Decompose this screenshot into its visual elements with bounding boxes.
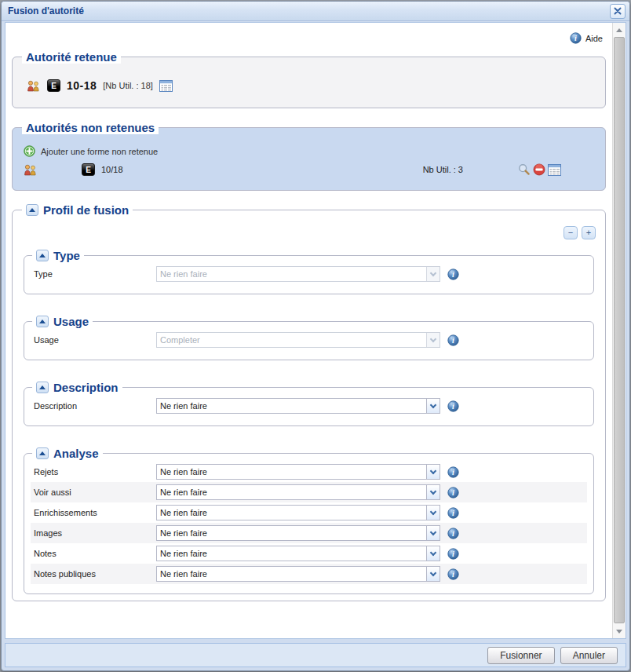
entity-type-badge: E <box>82 163 95 176</box>
scroll-down-button[interactable] <box>613 625 626 637</box>
chevron-down-icon <box>426 567 440 581</box>
close-button[interactable] <box>610 4 626 19</box>
dialog-footer: Fusionner Annuler <box>5 643 626 667</box>
info-icon[interactable]: i <box>447 507 459 519</box>
collapse-toggle-analyse[interactable] <box>36 447 49 459</box>
non-retained-form-code: 10/18 <box>101 165 123 174</box>
rejets-row: Rejets Ne rien faire i <box>31 462 587 482</box>
description-section: Description Description Ne rien faire i <box>24 381 594 426</box>
chevron-down-icon <box>426 267 440 281</box>
voir-aussi-select-value: Ne rien faire <box>157 485 426 499</box>
records-table-icon[interactable] <box>548 164 561 176</box>
notes-select[interactable]: Ne rien faire <box>156 546 440 561</box>
info-icon[interactable]: i <box>447 268 459 280</box>
voir-aussi-select[interactable]: Ne rien faire <box>156 484 440 500</box>
collapse-all-button[interactable]: − <box>564 226 578 239</box>
merge-button[interactable]: Fusionner <box>487 647 554 664</box>
scroll-up-button[interactable] <box>613 24 626 36</box>
retained-authority-code: 10-18 <box>67 79 97 92</box>
people-icon <box>27 80 41 92</box>
info-icon[interactable]: i <box>447 466 459 478</box>
non-retained-legend-label: Autorités non retenues <box>26 121 155 134</box>
search-icon[interactable] <box>518 163 531 176</box>
help-label: Aide <box>585 34 603 43</box>
merge-profile-fieldset: Profil de fusion − + Type Type Ne ri <box>12 203 606 601</box>
field-label: Usage <box>34 335 156 345</box>
field-label: Images <box>34 528 156 538</box>
retained-authority-row: E 10-18 [Nb Util. : 18] <box>27 79 597 92</box>
svg-text:i: i <box>452 488 454 497</box>
svg-text:i: i <box>452 529 454 538</box>
enrichissements-row: Enrichissements Ne rien faire i <box>31 502 587 523</box>
type-section: Type Type Ne rien faire i <box>24 249 594 294</box>
usage-select: Completer <box>156 332 440 348</box>
svg-text:i: i <box>452 336 454 345</box>
add-form-label: Ajouter une forme non retenue <box>41 147 158 156</box>
add-icon <box>24 145 35 157</box>
info-icon[interactable]: i <box>447 548 459 560</box>
collapse-toggle-usage[interactable] <box>36 316 49 327</box>
info-icon[interactable]: i <box>447 487 459 499</box>
notes-row: Notes Ne rien faire i <box>31 543 587 564</box>
field-label: Description <box>34 401 156 411</box>
chevron-down-icon <box>426 333 440 347</box>
chevron-down-icon <box>426 485 440 499</box>
type-select-value: Ne rien faire <box>157 267 426 281</box>
analyse-legend: Analyse <box>32 447 103 460</box>
notes-publiques-row: Notes publiques Ne rien faire i <box>31 564 587 584</box>
description-select-value: Ne rien faire <box>157 399 426 413</box>
field-label: Notes <box>34 549 156 558</box>
images-row: Images Ne rien faire i <box>31 523 587 543</box>
non-retained-authority-row: E 10/18 Nb Util. : 3 <box>24 163 597 176</box>
collapse-toggle-description[interactable] <box>36 382 49 393</box>
remove-icon[interactable] <box>533 163 545 176</box>
usage-select-value: Completer <box>157 333 426 347</box>
enrichissements-select[interactable]: Ne rien faire <box>156 505 440 520</box>
usage-section: Usage Usage Completer i <box>24 315 594 360</box>
images-select[interactable]: Ne rien faire <box>156 525 440 541</box>
chevron-down-icon <box>426 399 440 413</box>
svg-text:i: i <box>452 570 454 579</box>
info-icon[interactable]: i <box>447 528 459 539</box>
notes-publiques-select[interactable]: Ne rien faire <box>156 566 440 582</box>
chevron-down-icon <box>426 546 440 561</box>
chevron-up-icon <box>39 385 46 389</box>
dialog-body: i Aide Autorité retenue E <box>5 22 626 639</box>
images-select-value: Ne rien faire <box>157 526 426 540</box>
analyse-section: Analyse Rejets Ne rien faire i Voir <box>24 447 594 594</box>
description-row: Description Ne rien faire i <box>31 396 587 416</box>
chevron-up-icon <box>39 451 46 455</box>
collapse-toggle-profile[interactable] <box>26 204 38 216</box>
cancel-button[interactable]: Annuler <box>560 647 618 664</box>
usage-row: Usage Completer i <box>31 330 587 350</box>
non-retained-fieldset: Autorités non retenues Ajouter une forme… <box>12 121 606 191</box>
people-icon <box>24 164 38 176</box>
type-select: Ne rien faire <box>156 266 440 282</box>
info-icon[interactable]: i <box>447 400 459 412</box>
info-icon[interactable]: i <box>447 334 459 346</box>
profile-legend: Profil de fusion <box>22 203 133 217</box>
expand-all-button[interactable]: + <box>582 226 596 239</box>
records-table-icon[interactable] <box>159 80 173 92</box>
field-label: Type <box>34 269 156 279</box>
rejets-select[interactable]: Ne rien faire <box>156 464 440 480</box>
dialog-title: Fusion d'autorité <box>8 5 84 16</box>
add-form-link[interactable]: Ajouter une forme non retenue <box>24 145 597 157</box>
svg-text:i: i <box>452 468 454 477</box>
rejets-select-value: Ne rien faire <box>157 465 426 479</box>
voir-aussi-row: Voir aussi Ne rien faire i <box>31 482 587 502</box>
svg-text:i: i <box>574 34 577 42</box>
chevron-down-icon <box>426 465 440 479</box>
collapse-toggle-type[interactable] <box>36 250 49 261</box>
info-icon[interactable]: i <box>447 568 459 580</box>
description-select[interactable]: Ne rien faire <box>156 398 440 414</box>
retained-legend: Autorité retenue <box>22 50 121 64</box>
profile-tools: − + <box>20 226 596 239</box>
scrollbar-thumb[interactable] <box>614 37 625 623</box>
description-legend-label: Description <box>53 381 119 394</box>
help-button[interactable]: i Aide <box>10 24 607 50</box>
vertical-scrollbar[interactable] <box>612 23 626 638</box>
chevron-up-icon <box>39 254 46 257</box>
retained-legend-label: Autorité retenue <box>26 50 117 64</box>
dialog-titlebar: Fusion d'autorité <box>2 2 629 21</box>
